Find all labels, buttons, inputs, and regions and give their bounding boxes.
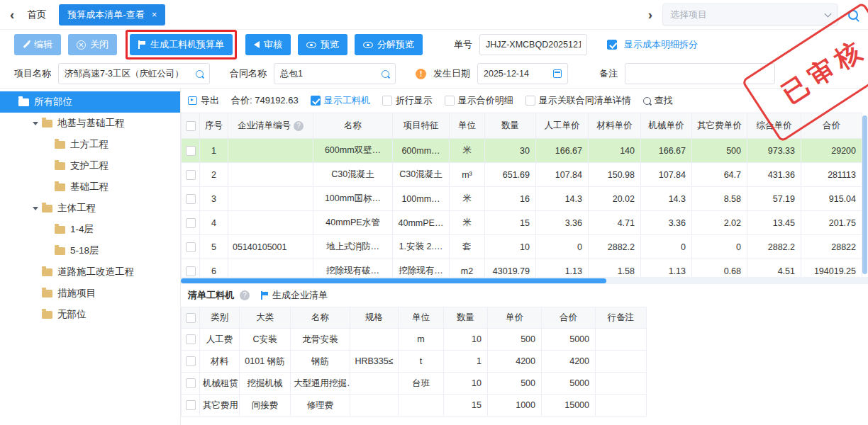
generate-glj-budget-button[interactable]: 生成工料机预算单: [130, 34, 233, 55]
column-header[interactable]: 单位: [399, 307, 444, 329]
horizontal-scrollbar-track[interactable]: [181, 277, 868, 284]
tree-item[interactable]: 无部位: [0, 304, 180, 325]
tab-active-budget-cost-list[interactable]: 预算成本清单-查看 ×: [59, 4, 165, 26]
show-cost-split-label[interactable]: 显示成本明细拆分: [624, 38, 698, 51]
show-glj-label[interactable]: 显示工料机: [324, 94, 370, 107]
table-row[interactable]: 其它费用间接费修理费15100015000: [182, 395, 647, 416]
column-header[interactable]: 合价: [801, 113, 862, 139]
column-header[interactable]: 人工单价: [536, 113, 589, 139]
table-row[interactable]: 材料0101 钢筋钢筋HRB335≤t142004200: [182, 351, 647, 373]
column-header[interactable]: 数量: [485, 113, 536, 139]
edit-button[interactable]: 编辑: [14, 34, 61, 55]
column-header-label: 综合单价: [757, 120, 792, 130]
find-button[interactable]: 查找: [643, 94, 673, 107]
table-cell: 0: [536, 235, 589, 259]
export-button[interactable]: 导出: [188, 94, 219, 107]
table-row[interactable]: 6挖除现有破…挖除现有…m243019.791.131.581.130.684.…: [182, 259, 862, 278]
table-cell: 其它费用: [200, 395, 240, 416]
row-checkbox[interactable]: [186, 194, 196, 204]
order-no-input[interactable]: [479, 34, 587, 55]
column-header[interactable]: 行备注: [596, 307, 647, 329]
audit-button[interactable]: 审核: [245, 34, 291, 55]
horizontal-scrollbar-thumb[interactable]: [181, 278, 606, 283]
column-header[interactable]: 材料单价: [589, 113, 641, 139]
table-row[interactable]: 人工费C安装龙骨安装m105005000: [182, 329, 647, 351]
back-arrow-icon[interactable]: ‹: [10, 8, 14, 21]
column-header[interactable]: 名称: [313, 113, 393, 139]
remark-input[interactable]: [631, 69, 769, 79]
table-row[interactable]: 440mmPE水管40mmPE…米153.364.713.362.0213.45…: [182, 211, 862, 235]
column-header[interactable]: 综合单价: [747, 113, 801, 139]
contract-name-input[interactable]: [280, 69, 377, 79]
project-name-input[interactable]: [65, 69, 191, 79]
column-header[interactable]: 其它费单价: [692, 113, 747, 139]
show-total-detail-label[interactable]: 显示合价明细: [458, 94, 513, 107]
project-search-icon[interactable]: [196, 70, 204, 78]
table-row[interactable]: 机械租赁挖掘机械大型通用挖掘…台班105005000: [182, 373, 647, 395]
table-row[interactable]: 2C30混凝土C30混凝土m³651.69107.84150.98107.846…: [182, 163, 862, 187]
tree-item[interactable]: 5-18层: [0, 240, 180, 261]
calendar-icon[interactable]: [553, 69, 562, 78]
row-checkbox[interactable]: [186, 218, 196, 228]
tree-item[interactable]: 基础工程: [0, 176, 180, 198]
collapse-arrow-icon[interactable]: [33, 122, 38, 125]
row-checkbox[interactable]: [186, 378, 196, 388]
global-search-icon[interactable]: [848, 10, 858, 20]
tab-close-icon[interactable]: ×: [152, 9, 157, 20]
preview-button[interactable]: 预览: [298, 34, 347, 55]
collapse-arrow-icon[interactable]: [33, 207, 38, 210]
column-header[interactable]: 单价: [488, 307, 542, 329]
close-button[interactable]: 关闭: [68, 34, 117, 55]
tree-item[interactable]: 支护工程: [0, 155, 180, 176]
show-cost-split-checkbox[interactable]: [607, 40, 617, 50]
show-contract-detail-option: 显示关联合同清单详情: [525, 94, 631, 107]
table-row[interactable]: 1600mm双壁…600mm…米30166.67140166.67500973.…: [182, 139, 862, 163]
tree-item[interactable]: 土方工程: [0, 134, 180, 155]
tree-item[interactable]: 措施项目: [0, 283, 180, 304]
show-contract-detail-label[interactable]: 显示关联合同清单详情: [539, 94, 631, 107]
column-header[interactable]: 大类: [240, 307, 291, 329]
row-checkbox[interactable]: [186, 146, 196, 156]
column-header[interactable]: 名称: [291, 307, 350, 329]
select-all-checkbox[interactable]: [186, 121, 196, 131]
table-cell: 机械租赁: [200, 373, 240, 395]
row-checkbox[interactable]: [186, 334, 196, 344]
row-checkbox[interactable]: [186, 170, 196, 180]
table-row[interactable]: 3100mm国标…100mm…米1614.320.0214.38.5857.19…: [182, 187, 862, 211]
wrap-lines-label[interactable]: 折行显示: [396, 94, 433, 107]
vertical-scrollbar-thumb[interactable]: [862, 115, 867, 274]
table-row[interactable]: 505140105001地上式消防…1.安装 2.…套1002882.20028…: [182, 235, 862, 259]
column-header[interactable]: 序号: [200, 113, 228, 139]
tree-item[interactable]: 地基与基础工程: [0, 113, 180, 134]
row-checkbox[interactable]: [186, 400, 196, 410]
tree-item[interactable]: 1-4层: [0, 219, 180, 240]
help-icon[interactable]: [294, 121, 304, 131]
column-header[interactable]: 数量: [444, 307, 488, 329]
row-checkbox[interactable]: [186, 242, 196, 252]
column-header[interactable]: 机械单价: [641, 113, 692, 139]
column-header[interactable]: 合价: [542, 307, 596, 329]
help-icon[interactable]: [240, 290, 250, 300]
select-all-checkbox[interactable]: [186, 313, 196, 323]
column-header[interactable]: 项目特征: [393, 113, 450, 139]
generate-enterprise-list-button[interactable]: 生成企业清单: [261, 289, 328, 302]
project-select[interactable]: 选择项目: [662, 4, 838, 26]
tree-item[interactable]: 所有部位: [0, 91, 180, 113]
wrap-lines-checkbox[interactable]: [382, 96, 392, 106]
show-total-detail-checkbox[interactable]: [445, 96, 455, 106]
date-input[interactable]: [484, 69, 549, 79]
show-glj-checkbox[interactable]: [311, 96, 321, 106]
decompose-preview-button[interactable]: 分解预览: [355, 34, 423, 55]
column-header[interactable]: 类别: [200, 307, 240, 329]
contract-search-icon[interactable]: [382, 70, 389, 78]
show-contract-detail-checkbox[interactable]: [525, 96, 535, 106]
tree-item[interactable]: 道路施工改造工程: [0, 261, 180, 283]
tab-home[interactable]: 首页: [24, 8, 49, 21]
column-header[interactable]: 企业清单编号: [228, 113, 313, 139]
row-checkbox[interactable]: [186, 356, 196, 366]
row-checkbox[interactable]: [186, 266, 196, 276]
column-header[interactable]: 单位: [450, 113, 485, 139]
column-header[interactable]: 规格: [350, 307, 399, 329]
forward-arrow-icon[interactable]: ›: [648, 8, 652, 21]
tree-item[interactable]: 主体工程: [0, 198, 180, 219]
